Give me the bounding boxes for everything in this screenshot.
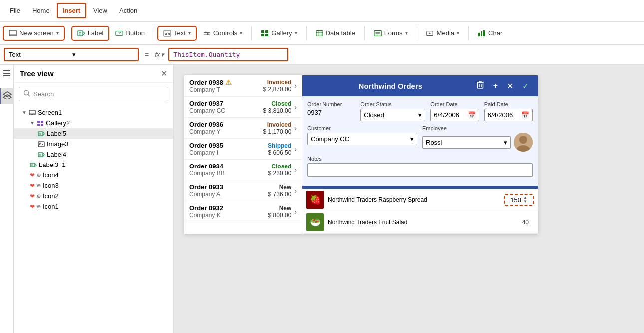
order-status-caret: ▾ bbox=[418, 111, 422, 119]
order-row-0933[interactable]: Order 0933 Company A New $ 736.00 › bbox=[184, 180, 302, 201]
menu-home[interactable]: Home bbox=[27, 4, 55, 17]
button-icon bbox=[115, 29, 123, 37]
quantity-box-raspberry[interactable]: 150 ▲ ▼ bbox=[504, 194, 534, 206]
tree-item-label3-1[interactable]: Label3_1 bbox=[14, 160, 173, 170]
tree-item-image3[interactable]: Image3 bbox=[14, 139, 173, 149]
menu-view[interactable]: View bbox=[88, 4, 112, 17]
controls-button[interactable]: Controls ▾ bbox=[198, 27, 247, 40]
media-caret[interactable]: ▾ bbox=[457, 30, 459, 36]
new-screen-button[interactable]: New screen ▾ bbox=[4, 27, 64, 40]
tree-close-button[interactable]: ✕ bbox=[161, 69, 167, 78]
svg-rect-43 bbox=[38, 132, 43, 136]
gallery-button[interactable]: Gallery ▾ bbox=[256, 27, 302, 40]
form-group-customer: Customer Company CC ▾ bbox=[307, 125, 417, 152]
gallery-caret[interactable]: ▾ bbox=[295, 30, 297, 36]
chevron-0935: › bbox=[294, 145, 297, 153]
quantity-arrows-raspberry[interactable]: ▲ ▼ bbox=[523, 196, 527, 204]
tree-panel: Tree view ✕ ▼ Screen1 ▼ Gallery2 bbox=[14, 65, 174, 333]
tree-item-icon4[interactable]: ❤ ⊕ Icon4 bbox=[14, 170, 173, 180]
svg-rect-51 bbox=[30, 163, 35, 167]
svg-rect-41 bbox=[37, 124, 40, 126]
order-row-0937[interactable]: Order 0937 Company CC Closed $ 3,810.00 … bbox=[184, 97, 302, 118]
delete-button[interactable] bbox=[473, 79, 487, 92]
order-row-0938[interactable]: Order 0938 ⚠ Company T Invoiced $ 2,870.… bbox=[184, 75, 302, 97]
screen-icon bbox=[29, 110, 36, 116]
forms-button[interactable]: Forms ▾ bbox=[369, 27, 413, 40]
tree-title: Tree view bbox=[20, 69, 54, 78]
close-button[interactable]: ✕ bbox=[504, 79, 516, 92]
detail-body: Order Number 0937 Order Status Closed ▾ bbox=[302, 96, 538, 186]
form-group-order-number: Order Number 0937 bbox=[307, 101, 355, 121]
order-right-0935: Shipped $ 606.50 bbox=[268, 142, 291, 156]
order-date-input[interactable]: 6/4/2006 📅 bbox=[430, 109, 479, 121]
formula-fx-indicator: fx ▾ bbox=[155, 51, 164, 58]
formula-fx-text: fx bbox=[155, 51, 160, 58]
text-label: Text bbox=[174, 29, 186, 37]
tree-item-label4[interactable]: Label4 bbox=[14, 149, 173, 160]
tree-item-icon3[interactable]: ❤ ⊕ Icon3 bbox=[14, 180, 173, 191]
order-right-0933: New $ 736.00 bbox=[268, 184, 292, 198]
add-button[interactable]: + bbox=[490, 79, 501, 92]
label-button[interactable]: Label bbox=[72, 27, 109, 40]
order-num-0936: Order 0936 bbox=[189, 121, 260, 128]
charts-button[interactable]: Char bbox=[473, 27, 507, 40]
qty-down-raspberry[interactable]: ▼ bbox=[523, 200, 527, 204]
tree-search-container bbox=[19, 87, 168, 101]
menu-insert[interactable]: Insert bbox=[57, 3, 86, 18]
product-thumb-raspberry: 🍓 bbox=[306, 191, 324, 209]
order-status-input[interactable]: Closed ▾ bbox=[360, 109, 425, 121]
tree-item-icon2[interactable]: ❤ ⊕ Icon2 bbox=[14, 191, 173, 201]
order-row-0934[interactable]: Order 0934 Company BB Closed $ 230.00 › bbox=[184, 160, 302, 180]
svg-text:Ab: Ab bbox=[165, 32, 170, 36]
data-table-button[interactable]: Data table bbox=[311, 27, 360, 40]
button-toolbar-btn[interactable]: Button bbox=[110, 27, 150, 40]
chevron-0936: › bbox=[294, 124, 297, 132]
svg-rect-54 bbox=[477, 82, 483, 88]
tree-item-label5[interactable]: Label5 bbox=[14, 128, 173, 139]
sub-row-fruit-salad[interactable]: 🥗 Northwind Traders Fruit Salad 40 bbox=[302, 211, 538, 234]
notes-label: Notes bbox=[307, 156, 533, 162]
formula-input[interactable]: ThisItem.Quantity bbox=[168, 48, 288, 61]
employee-input[interactable]: Rossi ▾ bbox=[422, 136, 511, 149]
order-company-0936: Company Y bbox=[189, 128, 260, 135]
forms-caret[interactable]: ▾ bbox=[405, 30, 408, 36]
hamburger-icon[interactable] bbox=[2, 70, 11, 78]
form-group-order-status: Order Status Closed ▾ bbox=[360, 101, 425, 121]
icon-tree-plus-4: ⊕ bbox=[37, 172, 41, 178]
tree-item-gallery2[interactable]: ▼ Gallery2 bbox=[14, 118, 173, 128]
order-num-0938: Order 0938 ⚠ bbox=[189, 78, 260, 86]
calendar-icon-date: 📅 bbox=[468, 111, 476, 119]
notes-input[interactable] bbox=[307, 163, 533, 177]
tree-item-screen1[interactable]: ▼ Screen1 bbox=[14, 107, 173, 118]
form-group-paid-date: Paid Date 6/4/2006 📅 bbox=[484, 101, 533, 121]
text-caret[interactable]: ▾ bbox=[188, 30, 191, 36]
order-row-0936[interactable]: Order 0936 Company Y Invoiced $ 1,170.00… bbox=[184, 118, 302, 139]
media-button[interactable]: Media ▾ bbox=[421, 27, 464, 40]
order-number-value: 0937 bbox=[307, 109, 355, 116]
chevron-0938: › bbox=[294, 82, 297, 90]
menu-action[interactable]: Action bbox=[114, 4, 142, 17]
chevron-0933: › bbox=[294, 187, 297, 195]
order-row-0932[interactable]: Order 0932 Company K New $ 800.00 › bbox=[184, 201, 302, 222]
layers-icon[interactable] bbox=[0, 88, 14, 104]
new-screen-caret[interactable]: ▾ bbox=[56, 30, 59, 36]
tree-search-input[interactable] bbox=[33, 90, 164, 98]
tree-arrow-gallery2: ▼ bbox=[30, 120, 35, 126]
app-preview: Order 0938 ⚠ Company T Invoiced $ 2,870.… bbox=[184, 75, 538, 234]
check-button[interactable]: ✓ bbox=[519, 79, 532, 92]
customer-input[interactable]: Company CC ▾ bbox=[307, 133, 417, 145]
text-button[interactable]: Ab Text ▾ bbox=[158, 27, 196, 40]
order-company-0937: Company CC bbox=[189, 107, 260, 114]
menu-file[interactable]: File bbox=[5, 4, 25, 17]
sub-row-raspberry[interactable]: 🍓 Northwind Traders Raspberry Spread 150… bbox=[302, 189, 538, 211]
order-amount-0932: $ 800.00 bbox=[268, 212, 292, 219]
paid-date-input[interactable]: 6/4/2006 📅 bbox=[484, 109, 533, 121]
tree-item-icon1[interactable]: ❤ ⊕ Icon1 bbox=[14, 201, 173, 212]
order-row-0935[interactable]: Order 0935 Company I Shipped $ 606.50 › bbox=[184, 139, 302, 160]
formula-dropdown[interactable]: Text ▾ bbox=[4, 48, 139, 61]
new-screen-icon bbox=[9, 29, 17, 37]
order-status-0935: Shipped bbox=[268, 142, 291, 149]
toolbar-separator-7 bbox=[468, 26, 469, 40]
canvas-area: Order 0938 ⚠ Company T Invoiced $ 2,870.… bbox=[174, 65, 644, 333]
controls-caret[interactable]: ▾ bbox=[240, 30, 242, 36]
